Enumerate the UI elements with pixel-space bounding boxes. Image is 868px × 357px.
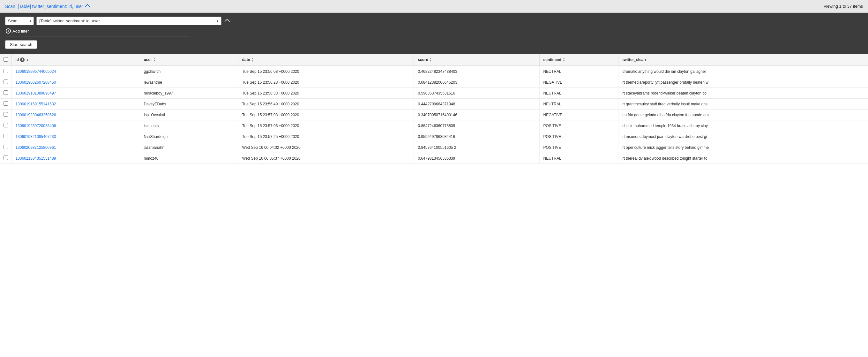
cell-id-2: 1306019101089898497 <box>11 88 140 99</box>
row-checkbox-cell[interactable] <box>0 88 11 99</box>
row-checkbox-7[interactable] <box>3 145 8 149</box>
divider <box>5 36 190 36</box>
table-row: 1306020987125800961 jazzmanahn Wed Sep 1… <box>0 142 868 153</box>
col-id-label: id <box>16 58 19 62</box>
cell-sentiment-5: POSITIVE <box>539 120 618 131</box>
row-checkbox-4[interactable] <box>3 112 8 117</box>
row-checkbox-cell[interactable] <box>0 120 11 131</box>
cell-date-5: Tue Sep 15 23:57:06 +0000 2020 <box>238 120 414 131</box>
col-header-sentiment[interactable]: sentiment ▲▼ <box>539 54 618 66</box>
row-checkbox-1[interactable] <box>3 80 8 84</box>
sentiment-sort-arrows[interactable]: ▲▼ <box>563 57 565 62</box>
cell-twitter-clean-3: rt grantmcauley stuff tired verbally ins… <box>618 99 868 110</box>
cell-twitter-clean-7: rt openculture mick jagger tells story b… <box>618 142 868 153</box>
id-link-6[interactable]: 1306019321085407233 <box>16 135 56 139</box>
score-sort-arrows[interactable]: ▲▼ <box>429 57 432 62</box>
id-link-8[interactable]: 1306021384351551489 <box>16 156 56 160</box>
cell-score-0: 0.46822482347488403 <box>414 66 539 77</box>
cell-score-1: 0.08412382006645203 <box>414 77 539 88</box>
col-sentiment-label: sentiment <box>544 58 562 62</box>
row-checkbox-5[interactable] <box>3 123 8 127</box>
cell-id-1: 1306019062607208450 <box>11 77 140 88</box>
cell-score-8: 0.6479813456535339 <box>414 153 539 164</box>
row-checkbox-cell[interactable] <box>0 110 11 120</box>
row-checkbox-3[interactable] <box>3 101 8 106</box>
cell-score-5: 0.8647246360778809 <box>414 120 539 131</box>
row-checkbox-cell[interactable] <box>0 99 11 110</box>
select-all-checkbox[interactable] <box>3 57 8 62</box>
operation-select-wrapper[interactable]: Scan Query <box>5 17 34 25</box>
col-date-label: date <box>242 58 250 62</box>
row-checkbox-8[interactable] <box>3 155 8 160</box>
cell-score-2: 0.5983537435531616 <box>414 88 539 99</box>
cell-twitter-clean-5: check mohammed temple 1934 brass ashtray… <box>618 120 868 131</box>
table-row: 1306019169155141632 DaveyEDubs Tue Sep 1… <box>0 99 868 110</box>
cell-id-8: 1306021384351551489 <box>11 153 140 164</box>
cell-date-0: Tue Sep 15 23:56:08 +0000 2020 <box>238 66 414 77</box>
cell-user-6: NisiShardeigh <box>140 131 238 142</box>
cell-date-1: Tue Sep 15 23:56:23 +0000 2020 <box>238 77 414 88</box>
search-controls-row: Scan Query [Table] twitter_sentiment: id… <box>5 17 863 25</box>
cell-user-5: kcscouts <box>140 120 238 131</box>
header-title: Scan: [Table] twitter_sentiment: id, use… <box>5 4 83 9</box>
collapse-header-icon[interactable] <box>85 4 90 9</box>
add-filter-label: Add filter <box>12 29 29 33</box>
cell-user-7: jazzmanahn <box>140 142 238 153</box>
table-row: 1306019062607208450 lewasntme Tue Sep 15… <box>0 77 868 88</box>
cell-date-8: Wed Sep 16 00:05:37 +0000 2020 <box>238 153 414 164</box>
cell-twitter-clean-6: rt msundrstdbymost joan clayton wardrobe… <box>618 131 868 142</box>
row-checkbox-cell[interactable] <box>0 153 11 164</box>
id-link-4[interactable]: 1306019230463258626 <box>16 113 56 117</box>
cell-id-5: 1306019239720038406 <box>11 120 140 131</box>
cell-sentiment-1: NEGATIVE <box>539 77 618 88</box>
cell-id-3: 1306019169155141632 <box>11 99 140 110</box>
cell-id-4: 1306019230463258626 <box>11 110 140 120</box>
cell-score-3: 0.4442709684371948 <box>414 99 539 110</box>
row-checkbox-cell[interactable] <box>0 66 11 77</box>
cell-sentiment-4: NEGATIVE <box>539 110 618 120</box>
date-sort-arrows[interactable]: ▲▼ <box>251 57 254 62</box>
id-link-0[interactable]: 1306018996744065024 <box>16 69 56 74</box>
id-link-3[interactable]: 1306019169155141632 <box>16 102 56 106</box>
add-filter-button[interactable]: + Add filter <box>6 28 29 33</box>
id-link-1[interactable]: 1306019062607208450 <box>16 80 56 85</box>
id-link-5[interactable]: 1306019239720038406 <box>16 124 56 128</box>
table-select[interactable]: [Table] twitter_sentiment: id, user <box>36 17 221 25</box>
plus-circle-icon: + <box>6 28 11 33</box>
select-all-col[interactable] <box>0 54 11 66</box>
id-link-7[interactable]: 1306020987125800961 <box>16 145 56 150</box>
collapse-panel-button[interactable] <box>224 18 230 24</box>
cell-id-7: 1306020987125800961 <box>11 142 140 153</box>
table-row: 1306018996744065024 ggxllavich Tue Sep 1… <box>0 66 868 77</box>
id-link-2[interactable]: 1306019101089898497 <box>16 91 56 95</box>
row-checkbox-2[interactable] <box>3 90 8 95</box>
id-sort-arrow[interactable]: ▲ <box>26 58 29 62</box>
user-sort-arrows[interactable]: ▲▼ <box>153 57 156 62</box>
operation-select[interactable]: Scan Query <box>5 17 34 25</box>
col-header-user[interactable]: user ▲▼ <box>140 54 238 66</box>
search-panel: Scan Query [Table] twitter_sentiment: id… <box>0 13 868 54</box>
id-info-icon[interactable]: i <box>20 58 25 62</box>
col-header-id[interactable]: id i ▲ <box>11 54 140 66</box>
row-checkbox-cell[interactable] <box>0 77 11 88</box>
table-row: 1306019101089898497 miracleboy_1997 Tue … <box>0 88 868 99</box>
cell-user-3: DaveyEDubs <box>140 99 238 110</box>
cell-score-7: 0.845764100551605 2 <box>414 142 539 153</box>
viewing-count: Viewing 1 to 37 items <box>824 4 863 9</box>
add-filter-row: + Add filter <box>5 28 863 33</box>
start-search-button[interactable]: Start search <box>5 40 37 49</box>
row-checkbox-0[interactable] <box>3 69 8 73</box>
row-checkbox-cell[interactable] <box>0 142 11 153</box>
col-header-score[interactable]: score ▲▼ <box>414 54 539 66</box>
table-row: 1306019239720038406 kcscouts Tue Sep 15 … <box>0 120 868 131</box>
results-table: id i ▲ user ▲▼ date ▲▼ <box>0 54 868 164</box>
row-checkbox-6[interactable] <box>3 134 8 138</box>
cell-sentiment-6: POSITIVE <box>539 131 618 142</box>
col-header-date[interactable]: date ▲▼ <box>238 54 414 66</box>
row-checkbox-cell[interactable] <box>0 131 11 142</box>
results-table-container: id i ▲ user ▲▼ date ▲▼ <box>0 54 868 164</box>
table-select-wrapper[interactable]: [Table] twitter_sentiment: id, user <box>36 17 221 25</box>
col-score-label: score <box>418 58 428 62</box>
cell-date-4: Tue Sep 15 23:57:03 +0000 2020 <box>238 110 414 120</box>
cell-sentiment-7: POSITIVE <box>539 142 618 153</box>
